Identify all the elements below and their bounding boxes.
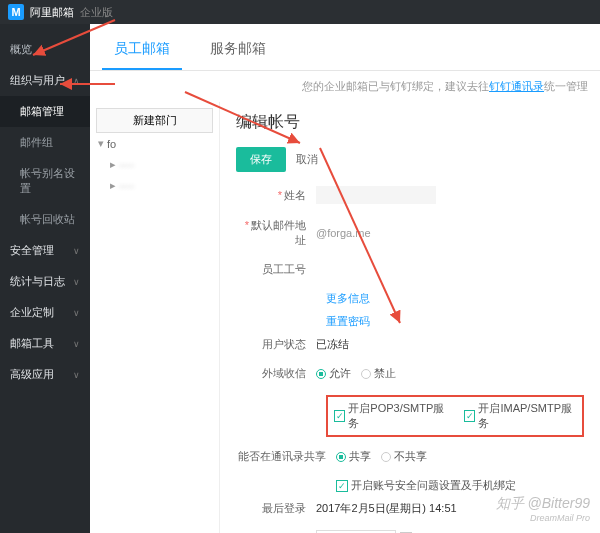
chevron-down-icon: ∨	[73, 246, 80, 256]
share-yes-radio[interactable]: 共享	[336, 449, 371, 464]
topbar: M 阿里邮箱 企业版	[0, 0, 600, 24]
name-label: *姓名	[236, 188, 316, 203]
empid-label: 员工工号	[236, 262, 316, 277]
extdomain-label: 外域收信	[236, 366, 316, 381]
new-dept-button[interactable]: 新建部门	[96, 108, 213, 133]
check-icon: ✓	[464, 410, 475, 422]
email-domain: @forga.me	[316, 227, 371, 239]
cancel-button[interactable]: 取消	[296, 152, 318, 167]
status-value: 已冻结	[316, 337, 349, 352]
logo-icon: M	[8, 4, 24, 20]
dept-tree: 新建部门 ▾fo ▸····· ▸·····	[90, 102, 220, 533]
pop3-checkbox[interactable]: ✓开启POP3/SMTP服务	[334, 401, 448, 431]
sidebar-item-advanced[interactable]: 高级应用∨	[0, 359, 90, 390]
tab-service-mail[interactable]: 服务邮箱	[198, 34, 278, 70]
sidebar-item-stats[interactable]: 统计与日志∨	[0, 266, 90, 297]
tree-node[interactable]: ▸·····	[96, 154, 213, 175]
sidebar: 概览 组织与用户∧ 邮箱管理 邮件组 帐号别名设置 帐号回收站 安全管理∨ 统计…	[0, 24, 90, 533]
imap-checkbox[interactable]: ✓开启IMAP/SMTP服务	[464, 401, 576, 431]
edit-account-form: 编辑帐号 保存 取消 *姓名 *默认邮件地址 @forga.me 员工工号	[220, 102, 600, 533]
sidebar-item-overview[interactable]: 概览	[0, 34, 90, 65]
check-icon: ✓	[334, 410, 345, 422]
tab-employee-mail[interactable]: 员工邮箱	[102, 34, 182, 70]
sidebar-item-org[interactable]: 组织与用户∧	[0, 65, 90, 96]
sidebar-item-security[interactable]: 安全管理∨	[0, 235, 90, 266]
tree-node-root[interactable]: ▾fo	[96, 133, 213, 154]
chevron-down-icon: ∨	[73, 277, 80, 287]
security-checkbox[interactable]: ✓开启账号安全问题设置及手机绑定	[336, 478, 584, 493]
lastlogin-label: 最后登录	[236, 501, 316, 516]
app-title: 阿里邮箱	[30, 5, 74, 20]
smtp-services-box: ✓开启POP3/SMTP服务 ✓开启IMAP/SMTP服务	[326, 395, 584, 437]
expand-icon: ▸	[110, 179, 116, 192]
allow-radio[interactable]: 允许	[316, 366, 351, 381]
share-no-radio[interactable]: 不共享	[381, 449, 427, 464]
check-icon: ✓	[336, 480, 348, 492]
email-label: *默认邮件地址	[236, 218, 316, 248]
sidebar-item-tools[interactable]: 邮箱工具∨	[0, 328, 90, 359]
more-info-link[interactable]: 更多信息	[326, 292, 370, 304]
collapse-icon: ▾	[98, 137, 104, 150]
tabs: 员工邮箱 服务邮箱	[90, 24, 600, 71]
sidebar-item-custom[interactable]: 企业定制∨	[0, 297, 90, 328]
tree-node[interactable]: ▸·····	[96, 175, 213, 196]
share-label: 能否在通讯录共享	[236, 449, 336, 464]
deny-radio[interactable]: 禁止	[361, 366, 396, 381]
chevron-down-icon: ∨	[73, 308, 80, 318]
chevron-down-icon: ∨	[73, 370, 80, 380]
sidebar-item-recycle[interactable]: 帐号回收站	[0, 204, 90, 235]
chevron-up-icon: ∧	[73, 76, 80, 86]
app-subtitle: 企业版	[80, 5, 113, 20]
form-title: 编辑帐号	[236, 112, 584, 133]
chevron-down-icon: ∨	[73, 339, 80, 349]
sidebar-item-alias[interactable]: 帐号别名设置	[0, 158, 90, 204]
save-button[interactable]: 保存	[236, 147, 286, 172]
name-value	[316, 186, 436, 204]
notice-bar: 您的企业邮箱已与钉钉绑定，建议去往钉钉通讯录统一管理	[90, 71, 600, 102]
expand-icon: ▸	[110, 158, 116, 171]
sidebar-item-mailbox-mgmt[interactable]: 邮箱管理	[0, 96, 90, 127]
sidebar-item-mailgroup[interactable]: 邮件组	[0, 127, 90, 158]
lastlogin-value: 2017年2月5日(星期日) 14:51	[316, 501, 457, 516]
dingtalk-link[interactable]: 钉钉通讯录	[489, 80, 544, 92]
status-label: 用户状态	[236, 337, 316, 352]
reset-password-link[interactable]: 重置密码	[326, 315, 370, 327]
